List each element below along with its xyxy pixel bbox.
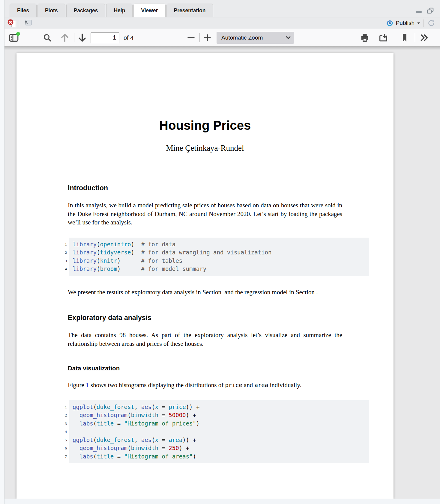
publish-label: Publish — [396, 20, 415, 26]
download-button[interactable] — [379, 33, 388, 43]
tab-label: Help — [114, 7, 125, 14]
code-token: geom_histogram — [79, 445, 127, 451]
figure-ref-link[interactable]: 1 — [86, 381, 89, 389]
code-token: price — [169, 404, 186, 410]
page-number-input[interactable] — [91, 32, 119, 43]
code-token: , — [134, 437, 141, 443]
line-number: 5 — [56, 438, 67, 443]
tab-plots[interactable]: Plots — [37, 4, 65, 17]
code-token: library — [73, 249, 97, 256]
code-text: ggplot(duke_forest, aes(x = price)) + — [73, 404, 199, 410]
tab-viewer[interactable]: Viewer — [133, 4, 165, 17]
bookmark-button[interactable] — [400, 33, 409, 42]
code-token: ) — [131, 249, 141, 256]
code-token: # for data wrangling and visualization — [141, 249, 272, 256]
code-token: labs — [79, 453, 93, 460]
code-token: aes — [141, 437, 151, 443]
code-token: ggplot — [73, 437, 93, 443]
line-number: 6 — [56, 446, 67, 451]
code-text: geom_histogram(binwidth = 50000) + — [73, 412, 196, 418]
refresh-button[interactable] — [427, 19, 436, 28]
code-token: ( — [93, 453, 97, 460]
paragraph-eda: The data contains 98 houses. As part of … — [68, 331, 342, 348]
tab-packages[interactable]: Packages — [66, 4, 106, 17]
stop-button[interactable] — [7, 18, 17, 28]
code-token — [73, 420, 79, 427]
chevron-down-icon — [417, 22, 421, 25]
code-token — [73, 453, 79, 460]
code-text: labs(title = "Histogram of prices") — [73, 420, 199, 427]
code-token: = — [114, 420, 124, 427]
previous-page-button[interactable] — [60, 33, 70, 43]
double-chevron-right-icon — [419, 34, 430, 42]
toolbar-separator — [424, 19, 424, 27]
code-token: library — [73, 257, 97, 264]
zoom-out-button[interactable] — [187, 33, 196, 42]
code-text: labs(title = "Histogram of areas") — [73, 453, 196, 460]
code-text: library(openintro) # for data — [73, 241, 175, 248]
code-line: 1ggplot(duke_forest, aes(x = price)) + — [73, 403, 364, 411]
tab-help[interactable]: Help — [106, 4, 133, 17]
print-button[interactable] — [360, 33, 370, 43]
pdf-viewport[interactable]: Housing Prices Mine Çetinkaya-Rundel Int… — [0, 46, 440, 499]
code-text: ggplot(duke_forest, aes(x = area)) + — [73, 437, 196, 443]
next-page-button[interactable] — [77, 33, 87, 43]
popout-button[interactable] — [23, 19, 32, 27]
stop-icon — [7, 18, 17, 28]
pane-bottom-strip — [0, 499, 440, 504]
minus-icon — [187, 33, 196, 42]
minimize-pane-button[interactable] — [415, 7, 423, 14]
paragraph-present: We present the results of exploratory da… — [68, 288, 342, 297]
code-token: 250 — [169, 445, 179, 451]
code-token: = — [114, 453, 124, 460]
sidebar-toggle-button[interactable] — [9, 34, 19, 42]
publish-button[interactable]: Publish — [386, 19, 421, 27]
more-tools-button[interactable] — [419, 34, 430, 42]
find-button[interactable] — [43, 33, 52, 42]
code-line: 4library(broom) # for model summary — [73, 265, 364, 273]
paragraph-figure: Figure 1 shows two histograms displaying… — [68, 381, 342, 390]
zoom-in-button[interactable] — [203, 33, 212, 42]
pdfjs-toolbar: of 4 Automatic Zoom — [0, 29, 440, 46]
code-token: ( — [97, 257, 100, 264]
arrow-up-icon — [60, 33, 70, 43]
code-token: aes — [141, 404, 151, 410]
code-line: 6 geom_histogram(binwidth = 250) + — [73, 444, 364, 452]
code-token: ) — [193, 453, 196, 460]
toolbar-separator — [199, 33, 200, 42]
tab-label: Presentation — [174, 7, 206, 14]
code-token: # for data — [141, 241, 175, 248]
code-token: duke_forest — [97, 437, 134, 443]
line-number: 3 — [56, 259, 67, 263]
code-line: 7 labs(title = "Histogram of areas") — [73, 452, 364, 461]
code-line: 2 geom_histogram(binwidth = 50000) + — [73, 411, 364, 420]
zoom-select[interactable]: Automatic Zoom — [217, 32, 294, 44]
code-token: ( — [93, 404, 97, 410]
code-token: x — [155, 404, 158, 410]
code-token: = — [158, 412, 169, 418]
code-text: library(broom) # for model summary — [73, 265, 206, 272]
code-token: ( — [97, 265, 100, 272]
text-run: and — [242, 381, 255, 389]
tab-label: Files — [17, 7, 29, 14]
tab-files[interactable]: Files — [10, 4, 37, 17]
tab-presentation[interactable]: Presentation — [166, 4, 213, 17]
viewer-toolbar: Publish — [0, 17, 440, 29]
code-token: ( — [151, 404, 155, 410]
code-token: binwidth — [131, 412, 159, 418]
code-token: ) — [196, 420, 199, 427]
toolbar-separator — [20, 19, 20, 27]
text-run: individually. — [268, 381, 301, 389]
document-title: Housing Prices — [68, 118, 342, 133]
download-icon — [379, 33, 388, 43]
line-number: 2 — [56, 250, 67, 255]
search-icon — [43, 33, 52, 42]
code-token: duke_forest — [97, 404, 134, 410]
tab-label: Viewer — [141, 7, 158, 14]
code-line: 3 labs(title = "Histogram of prices") — [73, 420, 364, 428]
code-token: # for model summary — [141, 265, 206, 272]
maximize-pane-button[interactable] — [426, 7, 434, 14]
code-token: ) — [117, 265, 141, 272]
minimize-icon — [415, 7, 423, 14]
chevron-down-icon — [286, 36, 291, 40]
